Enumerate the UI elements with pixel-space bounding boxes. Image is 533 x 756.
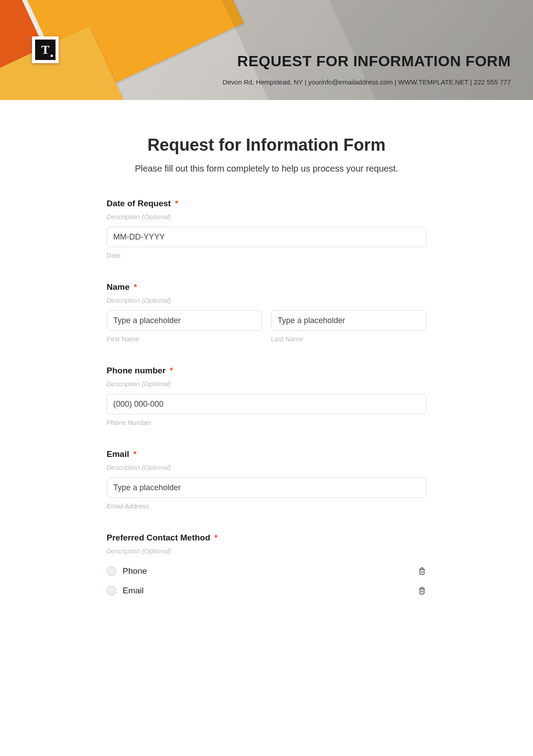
- label-text: Preferred Contact Method: [107, 533, 210, 542]
- field-description: Description (Optional): [107, 547, 426, 555]
- last-name-input[interactable]: [271, 310, 426, 331]
- label-text: Date of Request: [107, 199, 171, 208]
- field-phone: Phone number * Description (Optional) Ph…: [107, 366, 426, 426]
- field-email: Email * Description (Optional) Email Add…: [107, 449, 426, 510]
- contact-method-option: Phone: [107, 563, 426, 582]
- field-description: Description (Optional): [107, 380, 426, 388]
- label-text: Phone number: [107, 366, 166, 375]
- form-subtitle: Please fill out this form completely to …: [107, 164, 426, 174]
- field-label: Name *: [107, 282, 426, 292]
- field-label: Phone number *: [107, 366, 426, 376]
- field-sublabel: Phone Number: [107, 419, 426, 426]
- label-text: Email: [107, 449, 129, 459]
- contact-method-option: Email: [107, 582, 426, 602]
- form-container: Request for Information Form Please fill…: [107, 100, 426, 624]
- field-label: Preferred Contact Method *: [107, 533, 426, 543]
- field-sublabel: Last Name: [271, 335, 426, 343]
- field-description: Description (Optional): [107, 464, 426, 471]
- label-text: Name: [107, 282, 130, 292]
- field-sublabel: Date: [107, 252, 426, 259]
- option-label: Phone: [123, 566, 147, 576]
- field-label: Date of Request *: [107, 199, 426, 208]
- radio-input[interactable]: [107, 566, 116, 576]
- trash-icon[interactable]: [418, 566, 426, 576]
- required-mark: *: [215, 533, 218, 542]
- brand-logo: T: [32, 36, 59, 63]
- field-description: Description (Optional): [107, 296, 426, 304]
- email-input[interactable]: [107, 477, 426, 498]
- field-contact-method: Preferred Contact Method * Description (…: [107, 533, 426, 602]
- form-title: Request for Information Form: [107, 136, 426, 155]
- required-mark: *: [133, 449, 136, 459]
- field-description: Description (Optional): [107, 213, 426, 220]
- required-mark: *: [175, 199, 178, 208]
- radio-input[interactable]: [107, 586, 116, 596]
- first-name-input[interactable]: [107, 310, 262, 331]
- field-label: Email *: [107, 449, 426, 459]
- field-sublabel: First Name: [107, 335, 262, 343]
- svg-rect-1: [420, 589, 424, 594]
- field-sublabel: Email Address: [107, 502, 426, 510]
- phone-input[interactable]: [107, 394, 426, 414]
- field-name: Name * Description (Optional) First Name…: [107, 282, 426, 343]
- svg-rect-0: [420, 569, 424, 575]
- banner-header: T REQUEST FOR INFORMATION FORM Devon Rd,…: [0, 0, 533, 100]
- date-input[interactable]: [107, 227, 426, 247]
- banner-title: REQUEST FOR INFORMATION FORM: [237, 52, 511, 70]
- banner-contact-line: Devon Rd, Hempstead, NY | yourinfo@email…: [223, 78, 511, 86]
- trash-icon[interactable]: [418, 586, 426, 596]
- option-label: Email: [123, 586, 144, 596]
- brand-logo-letter: T: [35, 40, 56, 60]
- required-mark: *: [170, 366, 173, 375]
- field-date-of-request: Date of Request * Description (Optional)…: [107, 199, 426, 259]
- required-mark: *: [134, 282, 137, 292]
